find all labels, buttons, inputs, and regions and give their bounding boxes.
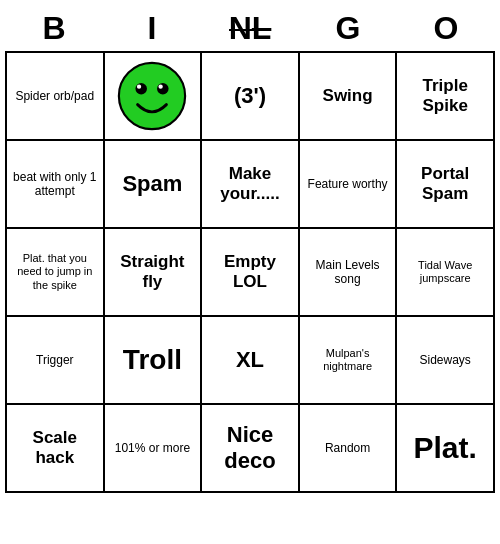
cell-i3: Straight fly — [105, 229, 203, 317]
header-i: I — [103, 6, 201, 51]
svg-point-0 — [119, 63, 185, 129]
cell-i4: Troll — [105, 317, 203, 405]
cell-o3: Tidal Wave jumpscare — [397, 229, 495, 317]
bingo-grid: Spider orb/pad (3') Swing Triple Spike b… — [5, 51, 495, 493]
cell-n4: XL — [202, 317, 300, 405]
svg-point-3 — [137, 84, 141, 88]
cell-b1: Spider orb/pad — [7, 53, 105, 141]
cell-n5: Nice deco — [202, 405, 300, 493]
bingo-card: B I NL G O Spider orb/pad (3') Swi — [5, 6, 495, 493]
cell-n1: (3') — [202, 53, 300, 141]
cell-o4: Sideways — [397, 317, 495, 405]
svg-point-2 — [157, 83, 169, 95]
smiley-icon — [116, 60, 188, 132]
header-g: G — [299, 6, 397, 51]
cell-g4: Mulpan's nightmare — [300, 317, 398, 405]
cell-b2: beat with only 1 attempt — [7, 141, 105, 229]
bingo-header: B I NL G O — [5, 6, 495, 51]
cell-i2: Spam — [105, 141, 203, 229]
cell-o1: Triple Spike — [397, 53, 495, 141]
cell-i5: 101% or more — [105, 405, 203, 493]
header-o: O — [397, 6, 495, 51]
cell-o5: Plat. — [397, 405, 495, 493]
cell-n2: Make your..... — [202, 141, 300, 229]
header-b: B — [5, 6, 103, 51]
cell-b3: Plat. that you need to jump in the spike — [7, 229, 105, 317]
cell-b5: Scale hack — [7, 405, 105, 493]
cell-g2: Feature worthy — [300, 141, 398, 229]
svg-point-1 — [136, 83, 148, 95]
cell-g1: Swing — [300, 53, 398, 141]
cell-g5: Random — [300, 405, 398, 493]
cell-i1 — [105, 53, 203, 141]
svg-point-4 — [159, 84, 163, 88]
cell-g3: Main Levels song — [300, 229, 398, 317]
cell-n3: Empty LOL — [202, 229, 300, 317]
header-n: NL — [201, 6, 299, 51]
cell-b4: Trigger — [7, 317, 105, 405]
cell-o2: Portal Spam — [397, 141, 495, 229]
